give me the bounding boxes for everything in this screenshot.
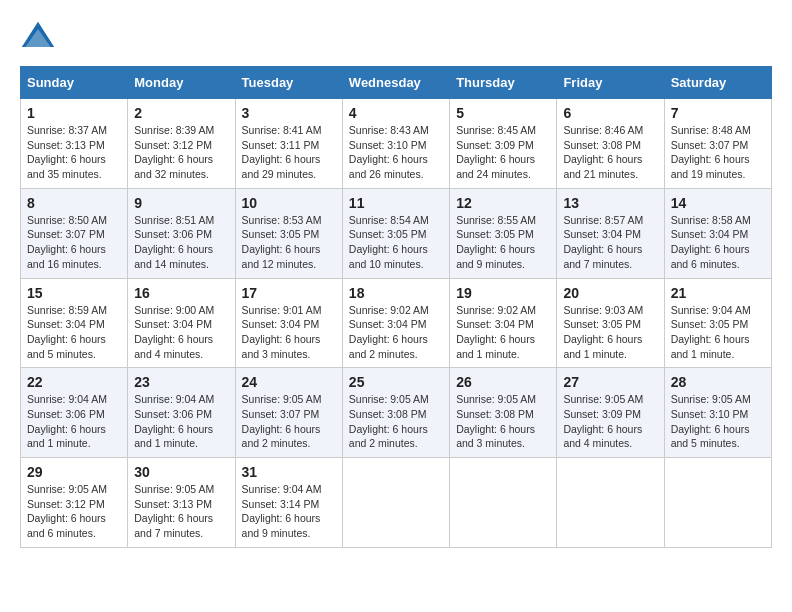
day-info: Sunrise: 8:41 AM Sunset: 3:11 PM Dayligh… — [242, 123, 336, 182]
calendar-cell: 7 Sunrise: 8:48 AM Sunset: 3:07 PM Dayli… — [664, 99, 771, 189]
calendar-cell: 23 Sunrise: 9:04 AM Sunset: 3:06 PM Dayl… — [128, 368, 235, 458]
day-info: Sunrise: 8:54 AM Sunset: 3:05 PM Dayligh… — [349, 213, 443, 272]
day-info: Sunrise: 9:05 AM Sunset: 3:10 PM Dayligh… — [671, 392, 765, 451]
calendar-cell: 16 Sunrise: 9:00 AM Sunset: 3:04 PM Dayl… — [128, 278, 235, 368]
day-info: Sunrise: 8:50 AM Sunset: 3:07 PM Dayligh… — [27, 213, 121, 272]
calendar-cell: 31 Sunrise: 9:04 AM Sunset: 3:14 PM Dayl… — [235, 458, 342, 548]
day-number: 5 — [456, 105, 550, 121]
calendar-cell: 10 Sunrise: 8:53 AM Sunset: 3:05 PM Dayl… — [235, 188, 342, 278]
calendar-cell: 8 Sunrise: 8:50 AM Sunset: 3:07 PM Dayli… — [21, 188, 128, 278]
day-info: Sunrise: 8:53 AM Sunset: 3:05 PM Dayligh… — [242, 213, 336, 272]
calendar-week-4: 22 Sunrise: 9:04 AM Sunset: 3:06 PM Dayl… — [21, 368, 772, 458]
day-info: Sunrise: 8:43 AM Sunset: 3:10 PM Dayligh… — [349, 123, 443, 182]
day-number: 10 — [242, 195, 336, 211]
day-header-sunday: Sunday — [21, 67, 128, 99]
calendar-week-5: 29 Sunrise: 9:05 AM Sunset: 3:12 PM Dayl… — [21, 458, 772, 548]
day-number: 7 — [671, 105, 765, 121]
calendar-cell: 14 Sunrise: 8:58 AM Sunset: 3:04 PM Dayl… — [664, 188, 771, 278]
calendar-cell: 1 Sunrise: 8:37 AM Sunset: 3:13 PM Dayli… — [21, 99, 128, 189]
calendar-cell — [342, 458, 449, 548]
logo-icon — [20, 20, 56, 56]
calendar-cell: 15 Sunrise: 8:59 AM Sunset: 3:04 PM Dayl… — [21, 278, 128, 368]
day-number: 29 — [27, 464, 121, 480]
day-info: Sunrise: 9:02 AM Sunset: 3:04 PM Dayligh… — [349, 303, 443, 362]
day-info: Sunrise: 8:55 AM Sunset: 3:05 PM Dayligh… — [456, 213, 550, 272]
calendar-cell: 12 Sunrise: 8:55 AM Sunset: 3:05 PM Dayl… — [450, 188, 557, 278]
day-number: 18 — [349, 285, 443, 301]
day-number: 20 — [563, 285, 657, 301]
day-info: Sunrise: 9:05 AM Sunset: 3:13 PM Dayligh… — [134, 482, 228, 541]
day-number: 21 — [671, 285, 765, 301]
calendar-cell: 29 Sunrise: 9:05 AM Sunset: 3:12 PM Dayl… — [21, 458, 128, 548]
day-info: Sunrise: 8:59 AM Sunset: 3:04 PM Dayligh… — [27, 303, 121, 362]
calendar-header-row: SundayMondayTuesdayWednesdayThursdayFrid… — [21, 67, 772, 99]
header — [20, 20, 772, 56]
day-info: Sunrise: 9:05 AM Sunset: 3:08 PM Dayligh… — [349, 392, 443, 451]
day-header-saturday: Saturday — [664, 67, 771, 99]
day-number: 12 — [456, 195, 550, 211]
calendar-week-1: 1 Sunrise: 8:37 AM Sunset: 3:13 PM Dayli… — [21, 99, 772, 189]
day-info: Sunrise: 9:05 AM Sunset: 3:12 PM Dayligh… — [27, 482, 121, 541]
day-info: Sunrise: 9:01 AM Sunset: 3:04 PM Dayligh… — [242, 303, 336, 362]
logo — [20, 20, 62, 56]
calendar-cell: 22 Sunrise: 9:04 AM Sunset: 3:06 PM Dayl… — [21, 368, 128, 458]
calendar-cell: 30 Sunrise: 9:05 AM Sunset: 3:13 PM Dayl… — [128, 458, 235, 548]
day-header-monday: Monday — [128, 67, 235, 99]
day-number: 1 — [27, 105, 121, 121]
calendar-cell: 28 Sunrise: 9:05 AM Sunset: 3:10 PM Dayl… — [664, 368, 771, 458]
day-number: 31 — [242, 464, 336, 480]
day-number: 24 — [242, 374, 336, 390]
calendar-cell: 27 Sunrise: 9:05 AM Sunset: 3:09 PM Dayl… — [557, 368, 664, 458]
day-info: Sunrise: 9:04 AM Sunset: 3:14 PM Dayligh… — [242, 482, 336, 541]
day-info: Sunrise: 9:02 AM Sunset: 3:04 PM Dayligh… — [456, 303, 550, 362]
calendar-cell: 24 Sunrise: 9:05 AM Sunset: 3:07 PM Dayl… — [235, 368, 342, 458]
day-info: Sunrise: 8:48 AM Sunset: 3:07 PM Dayligh… — [671, 123, 765, 182]
calendar-cell: 6 Sunrise: 8:46 AM Sunset: 3:08 PM Dayli… — [557, 99, 664, 189]
calendar-cell: 17 Sunrise: 9:01 AM Sunset: 3:04 PM Dayl… — [235, 278, 342, 368]
day-header-friday: Friday — [557, 67, 664, 99]
day-number: 27 — [563, 374, 657, 390]
day-number: 25 — [349, 374, 443, 390]
day-info: Sunrise: 8:45 AM Sunset: 3:09 PM Dayligh… — [456, 123, 550, 182]
calendar-cell: 26 Sunrise: 9:05 AM Sunset: 3:08 PM Dayl… — [450, 368, 557, 458]
calendar-cell: 2 Sunrise: 8:39 AM Sunset: 3:12 PM Dayli… — [128, 99, 235, 189]
calendar-cell: 9 Sunrise: 8:51 AM Sunset: 3:06 PM Dayli… — [128, 188, 235, 278]
day-info: Sunrise: 8:51 AM Sunset: 3:06 PM Dayligh… — [134, 213, 228, 272]
day-info: Sunrise: 8:58 AM Sunset: 3:04 PM Dayligh… — [671, 213, 765, 272]
day-number: 30 — [134, 464, 228, 480]
day-info: Sunrise: 9:05 AM Sunset: 3:08 PM Dayligh… — [456, 392, 550, 451]
calendar-cell — [664, 458, 771, 548]
day-number: 13 — [563, 195, 657, 211]
day-number: 3 — [242, 105, 336, 121]
day-info: Sunrise: 8:39 AM Sunset: 3:12 PM Dayligh… — [134, 123, 228, 182]
day-number: 26 — [456, 374, 550, 390]
calendar-cell: 11 Sunrise: 8:54 AM Sunset: 3:05 PM Dayl… — [342, 188, 449, 278]
day-info: Sunrise: 9:04 AM Sunset: 3:06 PM Dayligh… — [134, 392, 228, 451]
day-info: Sunrise: 8:46 AM Sunset: 3:08 PM Dayligh… — [563, 123, 657, 182]
calendar-cell — [557, 458, 664, 548]
calendar-cell: 5 Sunrise: 8:45 AM Sunset: 3:09 PM Dayli… — [450, 99, 557, 189]
day-number: 6 — [563, 105, 657, 121]
calendar-cell: 3 Sunrise: 8:41 AM Sunset: 3:11 PM Dayli… — [235, 99, 342, 189]
day-number: 16 — [134, 285, 228, 301]
calendar-week-3: 15 Sunrise: 8:59 AM Sunset: 3:04 PM Dayl… — [21, 278, 772, 368]
calendar-cell: 13 Sunrise: 8:57 AM Sunset: 3:04 PM Dayl… — [557, 188, 664, 278]
calendar-cell: 19 Sunrise: 9:02 AM Sunset: 3:04 PM Dayl… — [450, 278, 557, 368]
day-number: 28 — [671, 374, 765, 390]
calendar-cell: 4 Sunrise: 8:43 AM Sunset: 3:10 PM Dayli… — [342, 99, 449, 189]
day-number: 2 — [134, 105, 228, 121]
day-info: Sunrise: 8:37 AM Sunset: 3:13 PM Dayligh… — [27, 123, 121, 182]
day-info: Sunrise: 9:04 AM Sunset: 3:06 PM Dayligh… — [27, 392, 121, 451]
day-number: 9 — [134, 195, 228, 211]
day-info: Sunrise: 9:05 AM Sunset: 3:07 PM Dayligh… — [242, 392, 336, 451]
day-header-wednesday: Wednesday — [342, 67, 449, 99]
day-header-thursday: Thursday — [450, 67, 557, 99]
day-number: 14 — [671, 195, 765, 211]
day-number: 17 — [242, 285, 336, 301]
calendar-cell — [450, 458, 557, 548]
day-number: 22 — [27, 374, 121, 390]
day-number: 19 — [456, 285, 550, 301]
day-number: 11 — [349, 195, 443, 211]
day-info: Sunrise: 9:04 AM Sunset: 3:05 PM Dayligh… — [671, 303, 765, 362]
calendar-cell: 21 Sunrise: 9:04 AM Sunset: 3:05 PM Dayl… — [664, 278, 771, 368]
